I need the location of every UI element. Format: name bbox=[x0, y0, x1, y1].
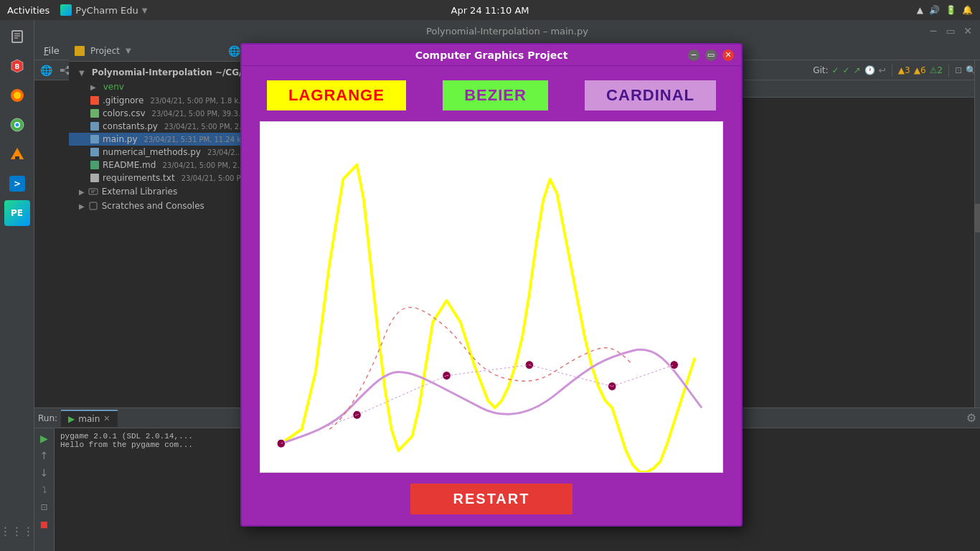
activity-vscode-icon[interactable]: > bbox=[4, 171, 30, 197]
requirements-name: requirements.txt bbox=[103, 173, 175, 183]
run-label: Run: bbox=[38, 413, 57, 423]
git-arrow-icon: ↗ bbox=[854, 65, 861, 75]
readme-name: README.md bbox=[103, 160, 156, 170]
gitignore-name: .gitignore bbox=[103, 95, 143, 105]
pycharm-taskbar-item[interactable]: PyCharm Edu ▼ bbox=[60, 4, 147, 16]
pycharm-dropdown-icon[interactable]: ▼ bbox=[142, 6, 148, 14]
system-tray: ▲ 🔊 🔋 🔔 bbox=[917, 5, 973, 15]
volume-icon: 🔊 bbox=[929, 5, 940, 15]
scratches-label: Scratches and Consoles bbox=[102, 201, 204, 211]
requirements-icon bbox=[90, 174, 99, 182]
toolbar-sep-4 bbox=[948, 64, 949, 77]
activity-files-icon[interactable] bbox=[4, 24, 30, 50]
git-clock-icon: 🕐 bbox=[864, 65, 875, 75]
battery-icon: 🔋 bbox=[946, 5, 956, 15]
svg-rect-23 bbox=[90, 202, 97, 209]
constants-py-meta: 23/04/21, 5:00 PM, 2... bbox=[164, 123, 246, 131]
svg-rect-15 bbox=[60, 69, 64, 72]
readme-icon bbox=[90, 161, 99, 169]
activity-chrome-icon[interactable] bbox=[4, 112, 30, 138]
minimize-button[interactable]: ─ bbox=[928, 26, 938, 36]
control-point-1[interactable] bbox=[277, 439, 286, 448]
svg-rect-12 bbox=[15, 156, 19, 159]
requirements-meta: 23/04/21, 5:00 P... bbox=[182, 174, 247, 182]
lagrange-button[interactable]: LAGRANGE bbox=[267, 80, 406, 110]
numerical-methods-meta: 23/04/2... bbox=[207, 149, 242, 156]
pycharm-titlebar: Polynomial-Interpolation – main.py ─ ▭ ✕ bbox=[34, 20, 980, 42]
colors-csv-icon bbox=[90, 109, 99, 118]
ext-lib-arrow: ▶ bbox=[79, 188, 85, 196]
run-tab-label: main bbox=[78, 414, 100, 424]
activity-pycharm-icon[interactable]: PE bbox=[4, 200, 30, 226]
interpolation-buttons: LAGRANGE BEZIER CARDINAL bbox=[253, 80, 730, 110]
activities-button[interactable]: Activities bbox=[7, 5, 50, 16]
maximize-button[interactable]: ▭ bbox=[946, 26, 956, 36]
git-checkmark-2: ✓ bbox=[843, 65, 850, 75]
popup-close-button[interactable]: ✕ bbox=[722, 50, 734, 61]
activity-bottom-icons: ⋮⋮⋮ bbox=[4, 518, 30, 544]
run-settings-icon[interactable]: ⚙ bbox=[966, 411, 976, 425]
cardinal-dashed-curve bbox=[329, 307, 633, 429]
chart-svg bbox=[260, 122, 722, 472]
popup-titlebar: Computer Graphics Project ─ ▭ ✕ bbox=[242, 44, 741, 66]
cardinal-button[interactable]: CARDINAL bbox=[585, 80, 716, 110]
svg-rect-0 bbox=[12, 31, 22, 42]
svg-line-18 bbox=[64, 67, 67, 70]
warning-count: ⚠2 bbox=[930, 65, 943, 75]
constants-py-icon bbox=[90, 122, 99, 131]
toolbar-globe-button[interactable]: 🌐 bbox=[38, 62, 54, 78]
canvas-area bbox=[260, 121, 723, 473]
right-scrollbar-track[interactable] bbox=[974, 60, 980, 408]
run-play-button[interactable]: ▶ bbox=[37, 431, 52, 446]
popup-window: Computer Graphics Project ─ ▭ ✕ LAGRANGE… bbox=[240, 43, 743, 527]
right-scrollbar-thumb[interactable] bbox=[975, 204, 980, 232]
project-dropdown-icon[interactable]: ▼ bbox=[126, 47, 131, 55]
run-stop-button[interactable]: ■ bbox=[37, 517, 52, 532]
run-clear-button[interactable]: ⊡ bbox=[37, 500, 52, 514]
run-right-controls: ⚙ bbox=[966, 411, 976, 425]
bezier-button[interactable]: BEZIER bbox=[443, 80, 548, 110]
root-label: Polynomial-Interpolation ~/CG/... bbox=[92, 67, 252, 77]
activity-settings-icon[interactable]: ⋮⋮⋮ bbox=[4, 518, 30, 544]
svg-text:B: B bbox=[14, 63, 19, 70]
colors-csv-name: colors.csv bbox=[103, 108, 146, 118]
numerical-methods-name: numerical_methods.py bbox=[103, 147, 201, 157]
restart-button[interactable]: RESTART bbox=[410, 484, 573, 514]
main-py-meta: 23/04/21, 5:31 PM, 11.24 k... bbox=[144, 136, 248, 143]
popup-maximize-button[interactable]: ▭ bbox=[705, 50, 717, 61]
run-up-button[interactable]: ↑ bbox=[37, 448, 52, 463]
main-py-name: main.py bbox=[103, 134, 138, 144]
activity-firefox-icon[interactable] bbox=[4, 83, 30, 108]
gitignore-icon bbox=[90, 96, 99, 105]
warning-triangle-1: ▲3 bbox=[898, 65, 910, 75]
run-tab-close[interactable]: ✕ bbox=[103, 414, 110, 423]
run-wrap-button[interactable]: ⤵ bbox=[37, 483, 52, 497]
project-toolbar-1[interactable]: 🌐 bbox=[228, 45, 240, 57]
run-down-button[interactable]: ↓ bbox=[37, 466, 52, 480]
svg-point-7 bbox=[14, 92, 21, 99]
menu-file[interactable]: File bbox=[38, 44, 65, 57]
git-checkmark-1: ✓ bbox=[832, 65, 839, 75]
constants-py-name: constants.py bbox=[103, 121, 158, 131]
venv-arrow: ▶ bbox=[90, 83, 96, 91]
pycharm-taskbar-icon bbox=[60, 4, 72, 16]
lagrange-curve bbox=[281, 165, 695, 472]
run-tab-main[interactable]: ▶ main ✕ bbox=[61, 410, 117, 427]
git-undo-icon: ↩ bbox=[879, 65, 886, 75]
numerical-methods-icon bbox=[90, 148, 99, 156]
svg-rect-20 bbox=[89, 189, 98, 194]
project-label[interactable]: Project bbox=[90, 46, 120, 56]
svg-line-19 bbox=[64, 70, 67, 73]
control-point-5[interactable] bbox=[608, 382, 616, 391]
popup-content: LAGRANGE BEZIER CARDINAL bbox=[242, 66, 741, 525]
main-py-icon bbox=[90, 135, 99, 143]
control-line-2 bbox=[357, 376, 447, 415]
popup-minimize-button[interactable]: ─ bbox=[688, 50, 699, 61]
activity-vlc-icon[interactable] bbox=[4, 141, 30, 167]
activity-brave-icon[interactable]: B bbox=[4, 53, 30, 79]
activity-bar: B > PE ⋮⋮⋮ bbox=[0, 20, 34, 551]
svg-point-10 bbox=[15, 123, 19, 127]
close-button[interactable]: ✕ bbox=[963, 26, 973, 36]
scratches-arrow: ▶ bbox=[79, 202, 85, 210]
colors-csv-meta: 23/04/21, 5:00 PM, 39.3... bbox=[152, 110, 245, 118]
